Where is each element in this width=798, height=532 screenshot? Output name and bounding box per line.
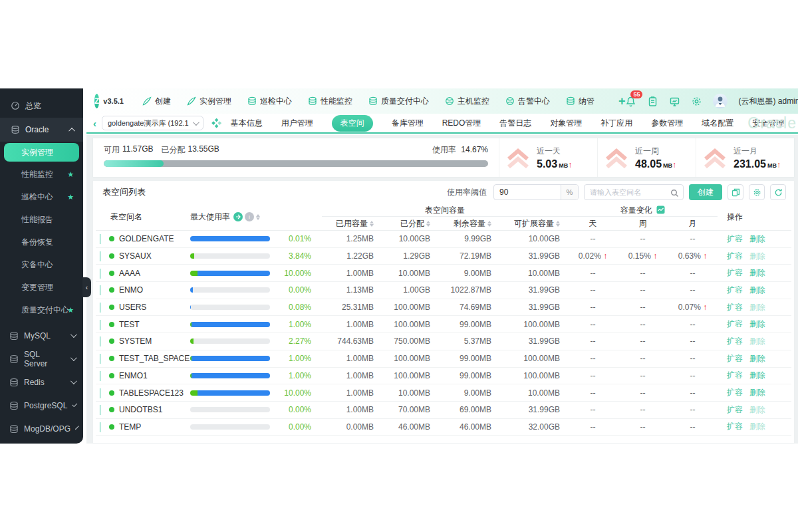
delete-link[interactable]: 删除 [749, 387, 765, 398]
col-header-max-usage[interactable]: 最大使用率 i [190, 203, 322, 230]
monitor-icon[interactable] [669, 96, 680, 107]
sidebar-collapse-handle[interactable]: ‹ [82, 277, 91, 297]
delete-link[interactable]: 删除 [749, 353, 765, 364]
expand-row-icon[interactable] [100, 285, 100, 295]
delete-link[interactable]: 删除 [749, 319, 765, 330]
expand-row-icon[interactable] [100, 388, 100, 398]
star-icon[interactable]: ★ [67, 306, 74, 315]
topnav-item-item[interactable]: 主机监控 [445, 96, 489, 107]
expand-capacity-link[interactable]: 扩容 [727, 267, 743, 279]
gear-icon[interactable] [691, 96, 702, 107]
user-avatar[interactable] [713, 94, 728, 108]
week-change-value: -- [618, 354, 668, 363]
expand-capacity-link[interactable]: 扩容 [727, 387, 743, 398]
col-header-used[interactable]: 已用容量 [322, 217, 382, 230]
expand-capacity-link[interactable]: 扩容 [727, 353, 743, 364]
back-icon[interactable]: ‹ [93, 118, 96, 129]
delete-link[interactable]: 删除 [749, 233, 765, 245]
expand-row-icon[interactable] [100, 405, 100, 415]
tab-[interactable]: 基本信息 [231, 118, 263, 129]
threshold-input[interactable] [494, 188, 561, 197]
expand-capacity-link[interactable]: 扩容 [727, 336, 743, 347]
star-icon[interactable]: ★ [67, 170, 74, 179]
tab-[interactable]: 参数管理 [651, 118, 683, 129]
expand-row-icon[interactable] [100, 320, 100, 330]
tab-[interactable]: 补丁应用 [600, 118, 632, 129]
sidebar-item-sql-server[interactable]: SQL Server [0, 347, 83, 370]
sort-icon[interactable] [256, 214, 260, 220]
info-icon[interactable]: i [245, 212, 254, 221]
topnav-item-item[interactable]: 质量交付中心 [368, 96, 429, 107]
star-icon[interactable]: ★ [67, 193, 74, 201]
expand-row-icon[interactable] [100, 422, 100, 432]
topnav-item-item[interactable]: 实例管理 [187, 96, 231, 107]
sidebar-item-oracle[interactable]: Oracle [0, 118, 83, 142]
sidebar-item-[interactable]: 性能报告 [0, 208, 83, 231]
expand-capacity-link[interactable]: 扩容 [727, 370, 743, 381]
refresh-icon[interactable] [770, 184, 786, 200]
sidebar-item-[interactable]: 实例管理 [4, 143, 79, 162]
copy-icon[interactable] [728, 184, 743, 200]
topnav-item-item[interactable]: 创建 [142, 96, 171, 107]
search-icon[interactable] [670, 188, 679, 197]
search-input[interactable] [590, 188, 670, 196]
expand-row-icon[interactable] [100, 269, 100, 279]
expand-capacity-link[interactable]: 扩容 [727, 233, 743, 245]
sidebar-item-overview[interactable]: 总览 [0, 94, 83, 118]
sidebar-item-[interactable]: 性能监控★ [0, 163, 83, 186]
sort-icon[interactable] [426, 221, 430, 227]
expand-capacity-link[interactable]: 扩容 [727, 302, 743, 313]
used-value: 744.63MB [322, 336, 382, 346]
topnav-item-item[interactable]: 纳管 [566, 96, 595, 107]
instance-selector[interactable]: goldengate演示库 (192.1 [102, 116, 203, 130]
delete-link[interactable]: 删除 [749, 370, 765, 381]
sidebar-item-mysql[interactable]: MySQL [0, 324, 83, 347]
clipboard-icon[interactable] [647, 96, 658, 107]
expand-capacity-link[interactable]: 扩容 [727, 421, 743, 432]
sort-icon[interactable] [487, 221, 491, 227]
expand-capacity-link[interactable]: 扩容 [727, 404, 743, 416]
tab-redo[interactable]: REDO管理 [442, 118, 481, 129]
tab-[interactable]: 告警日志 [499, 118, 531, 129]
sort-icon[interactable] [556, 221, 560, 227]
gear-icon[interactable] [749, 184, 765, 200]
tab-[interactable]: 域名配置 [702, 118, 733, 129]
sidebar-item-mogdb-opg[interactable]: MogDB/OPG [0, 417, 83, 440]
expand-capacity-link[interactable]: 扩容 [727, 319, 743, 330]
expand-row-icon[interactable] [100, 336, 100, 346]
tab-[interactable]: 表空间 [332, 115, 373, 132]
col-header-name[interactable]: 表空间名 [96, 203, 190, 230]
sidebar-item-[interactable]: 巡检中心★ [0, 186, 83, 208]
expand-capacity-link[interactable]: 扩容 [727, 285, 743, 296]
topnav-item-item[interactable]: 巡检中心 [247, 96, 292, 107]
tab-[interactable]: 备库管理 [392, 118, 424, 129]
sidebar-item-redis[interactable]: Redis [0, 370, 83, 394]
user-name-label[interactable]: (云和恩墨) admin [738, 96, 798, 107]
create-button[interactable]: 创建 [689, 184, 722, 200]
tab-[interactable]: 用户管理 [281, 118, 313, 129]
tab-[interactable]: 对象管理 [550, 118, 582, 129]
sidebar-item-[interactable]: 灾备中心 [0, 253, 83, 276]
sidebar-item-postgresql[interactable]: PostgreSQL [0, 394, 83, 417]
col-header-allocated[interactable]: 已分配 [382, 217, 438, 230]
add-tab-button[interactable]: + [618, 94, 626, 108]
delete-link[interactable]: 删除 [749, 267, 765, 279]
expand-row-icon[interactable] [100, 303, 100, 313]
col-header-extendable[interactable]: 可扩展容量 [499, 217, 568, 230]
bell-icon[interactable]: 55 [625, 96, 636, 107]
sort-icon[interactable] [370, 221, 374, 227]
delete-link[interactable]: 删除 [749, 285, 765, 296]
expand-row-icon[interactable] [100, 251, 100, 261]
apps-grid-icon[interactable] [211, 118, 221, 128]
col-header-remaining[interactable]: 剩余容量 [438, 217, 499, 230]
sidebar-item-[interactable]: 质量交付中心★ [0, 299, 83, 321]
sidebar-item-[interactable]: 备份恢复 [0, 231, 83, 253]
sidebar-item-[interactable]: 变更管理 [0, 276, 83, 299]
expand-row-icon[interactable] [100, 371, 100, 381]
expand-row-icon[interactable] [100, 354, 100, 364]
expand-row-icon[interactable] [100, 234, 100, 244]
sidebar-item-db2[interactable]: DB2 [0, 440, 83, 444]
topnav-item-item[interactable]: 性能监控 [308, 96, 352, 107]
topnav-item-item[interactable]: 告警中心 [505, 96, 550, 107]
expand-capacity-link[interactable]: 扩容 [727, 251, 743, 262]
